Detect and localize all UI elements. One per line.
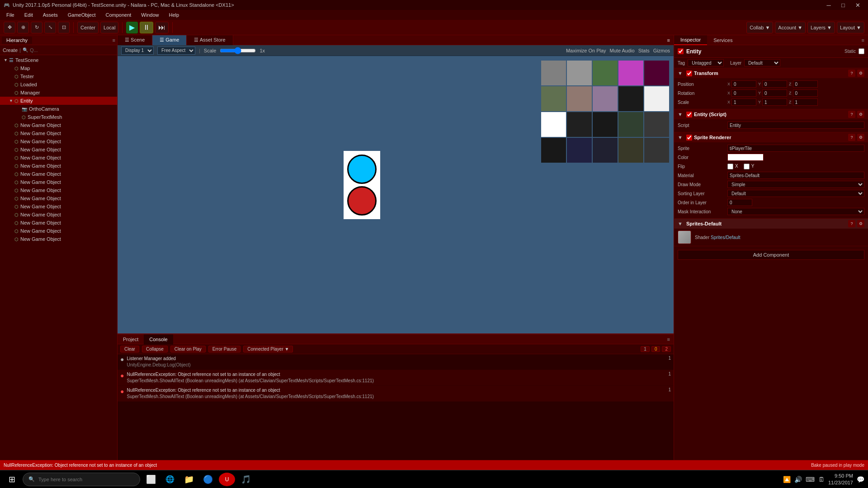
hier-item-ngo13[interactable]: ⬡ New Game Object	[0, 219, 117, 227]
scale-slider[interactable]	[220, 47, 256, 54]
entity-script-settings[interactable]: ⚙	[857, 111, 864, 118]
tool-hand[interactable]: ✥	[4, 22, 15, 33]
menu-file[interactable]: File	[2, 11, 19, 19]
transform-header[interactable]: ▼ Transform ? ⚙	[674, 68, 868, 78]
flip-y-checkbox[interactable]	[744, 164, 750, 169]
pos-x-input[interactable]	[731, 80, 756, 88]
tool-move[interactable]: ⊕	[17, 22, 29, 33]
tab-scene[interactable]: ☰ Scene	[118, 35, 152, 45]
material-help[interactable]: ?	[848, 220, 855, 227]
add-component-button[interactable]: Add Component	[678, 250, 864, 260]
sorting-layer-select[interactable]: Default	[727, 190, 864, 197]
draw-mode-select[interactable]: Simple	[727, 181, 864, 188]
edge-button[interactable]: 🌐	[162, 471, 178, 488]
material-input[interactable]	[727, 172, 864, 179]
start-button[interactable]: ⊞	[4, 471, 20, 488]
entity-script-header[interactable]: ▼ Entity (Script) ? ⚙	[674, 109, 868, 119]
hierarchy-close[interactable]: ≡	[113, 38, 115, 43]
hier-item-entity[interactable]: ▼ ⬡ Entity	[0, 97, 117, 105]
clear-on-play-button[interactable]: Clear on Play	[170, 346, 206, 352]
sprite-input[interactable]	[727, 145, 864, 152]
collab-button[interactable]: Collab ▼	[746, 22, 773, 33]
tab-inspector[interactable]: Inspector	[674, 35, 707, 45]
rot-z-input[interactable]	[793, 89, 818, 97]
volume-icon[interactable]: 🔊	[794, 476, 802, 483]
taskbar-search-input[interactable]	[38, 477, 129, 482]
close-button[interactable]: ✕	[851, 0, 864, 9]
battery-icon[interactable]: ⌨	[806, 476, 815, 483]
hier-item-ngo2[interactable]: ⬡ New Game Object	[0, 129, 117, 137]
account-button[interactable]: Account ▼	[775, 22, 806, 33]
scale-x-input[interactable]	[731, 99, 756, 106]
menu-window[interactable]: Window	[137, 11, 163, 19]
entity-active-checkbox[interactable]	[678, 48, 684, 54]
sprite-renderer-settings[interactable]: ⚙	[857, 134, 864, 141]
layout-button[interactable]: Layout ▼	[837, 22, 864, 33]
network-icon[interactable]: 🔼	[783, 476, 791, 483]
sprite-renderer-header[interactable]: ▼ Sprite Renderer ? ⚙	[674, 132, 868, 142]
pos-y-input[interactable]	[762, 80, 787, 88]
static-checkbox[interactable]	[859, 48, 864, 54]
connected-player-button[interactable]: Connected Player ▼	[243, 346, 293, 352]
console-entry-info[interactable]: ● Listener Manager addedUnityEngine.Debu…	[118, 354, 674, 370]
tab-services[interactable]: Services	[707, 35, 739, 45]
hier-item-ngo12[interactable]: ⬡ New Game Object	[0, 211, 117, 219]
menu-edit[interactable]: Edit	[20, 11, 38, 19]
hier-item-ngo15[interactable]: ⬡ New Game Object	[0, 235, 117, 243]
step-button[interactable]: ⏭	[155, 22, 169, 33]
maximize-label[interactable]: Maximize On Play	[566, 48, 606, 53]
mute-label[interactable]: Mute Audio	[610, 48, 635, 53]
hier-item-tester[interactable]: ⬡ Tester	[0, 72, 117, 80]
console-entry-error1[interactable]: ● NullReferenceException: Object referen…	[118, 370, 674, 386]
center-button[interactable]: Center	[77, 22, 99, 33]
hier-item-ngo3[interactable]: ⬡ New Game Object	[0, 137, 117, 145]
sprite-renderer-enabled[interactable]	[686, 135, 692, 141]
hier-item-loaded[interactable]: ⬡ Loaded	[0, 80, 117, 89]
tool-scale[interactable]: ⤡	[44, 22, 56, 33]
mask-select[interactable]: None	[727, 208, 864, 215]
tab-hierarchy[interactable]: Hierarchy	[2, 37, 32, 44]
menu-gameobject[interactable]: GameObject	[63, 11, 100, 19]
explorer-button[interactable]: 📁	[181, 471, 197, 488]
hier-item-ngo1[interactable]: ⬡ New Game Object	[0, 121, 117, 129]
script-input[interactable]	[727, 122, 864, 129]
tab-console[interactable]: Console	[144, 334, 173, 344]
console-entry-error2[interactable]: ● NullReferenceException: Object referen…	[118, 386, 674, 402]
play-button[interactable]: ▶	[126, 22, 138, 33]
tool-rotate[interactable]: ↻	[31, 22, 42, 33]
task-view-button[interactable]: ⬜	[143, 471, 159, 488]
gizmos-label[interactable]: Gizmos	[653, 48, 670, 53]
hier-item-ngo4[interactable]: ⬡ New Game Object	[0, 145, 117, 154]
aspect-select[interactable]: Free Aspect	[157, 47, 195, 55]
scale-z-input[interactable]	[793, 99, 818, 106]
local-button[interactable]: Local	[100, 22, 118, 33]
pos-z-input[interactable]	[793, 80, 818, 88]
hierarchy-scene-root[interactable]: ▼ ☰ TestScene	[0, 56, 117, 64]
terminal-button[interactable]: 🎵	[238, 471, 254, 488]
layers-button[interactable]: Layers ▼	[807, 22, 835, 33]
tool-rect[interactable]: ⊡	[58, 22, 70, 33]
transform-help[interactable]: ?	[848, 70, 855, 77]
hier-item-ngo5[interactable]: ⬡ New Game Object	[0, 154, 117, 162]
error-pause-button[interactable]: Error Pause	[208, 346, 241, 352]
tab-project[interactable]: Project	[118, 334, 144, 344]
sprite-renderer-help[interactable]: ?	[848, 134, 855, 141]
stats-label[interactable]: Stats	[638, 48, 650, 53]
flip-x-checkbox[interactable]	[727, 164, 733, 169]
chrome-button[interactable]: 🔵	[200, 471, 216, 488]
menu-component[interactable]: Component	[101, 11, 136, 19]
entity-script-help[interactable]: ?	[848, 111, 855, 118]
unity-button[interactable]: U	[219, 473, 235, 486]
hier-item-ngo10[interactable]: ⬡ New Game Object	[0, 194, 117, 202]
hier-item-ngo11[interactable]: ⬡ New Game Object	[0, 202, 117, 211]
hier-item-orthocamera[interactable]: 📷 OrthoCamera	[0, 105, 117, 113]
tab-asset-store[interactable]: ☰ Asset Store	[187, 35, 233, 45]
notification-icon[interactable]: 💬	[857, 476, 864, 483]
order-layer-input[interactable]	[727, 199, 752, 206]
hier-item-supertextmesh[interactable]: ⬡ SuperTextMesh	[0, 113, 117, 121]
transform-settings[interactable]: ⚙	[857, 70, 864, 77]
hierarchy-create[interactable]: Create	[3, 47, 18, 53]
hier-item-ngo8[interactable]: ⬡ New Game Object	[0, 178, 117, 186]
rot-x-input[interactable]	[731, 89, 756, 97]
material-header[interactable]: ▼ Sprites-Default ? ⚙	[674, 219, 868, 229]
